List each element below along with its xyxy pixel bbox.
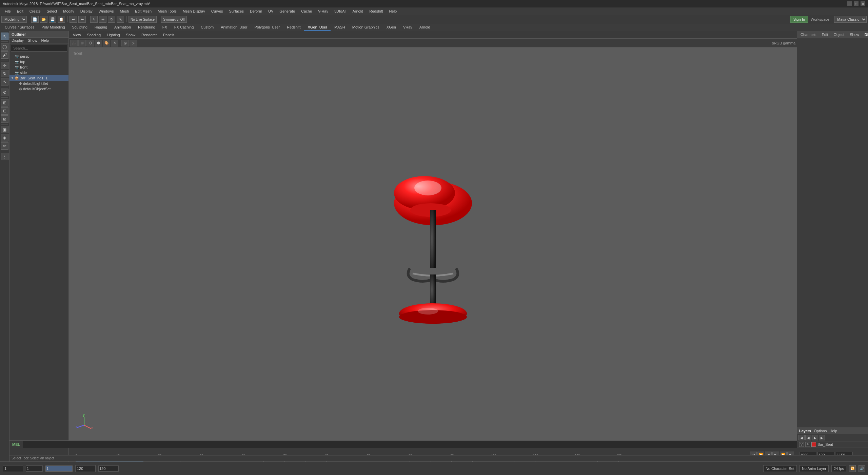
- menu-item-create[interactable]: Create: [27, 8, 43, 14]
- scale-tool-left[interactable]: ⤡: [1, 78, 8, 86]
- right-panel-tab-display[interactable]: Display: [863, 32, 868, 37]
- menu-item-edit[interactable]: Edit: [14, 8, 26, 14]
- shelf-tab-animation[interactable]: Animation: [111, 24, 134, 31]
- right-panel-tab-edit[interactable]: Edit: [820, 32, 829, 37]
- shelf-tab-arnold[interactable]: Arnold: [416, 24, 434, 31]
- menu-item-v-ray[interactable]: V-Ray: [315, 8, 331, 14]
- menu-item-uv[interactable]: UV: [265, 8, 276, 14]
- move-tool-button[interactable]: ✛: [99, 16, 106, 23]
- layer-vis-p[interactable]: P: [805, 442, 810, 447]
- menu-item-display[interactable]: Display: [78, 8, 95, 14]
- outliner-item-persp[interactable]: 📷persp: [9, 54, 68, 59]
- menu-item-mesh-tools[interactable]: Mesh Tools: [155, 8, 179, 14]
- layers-header-tab-layers[interactable]: Layers: [799, 429, 811, 433]
- menu-item-mesh-display[interactable]: Mesh Display: [180, 8, 208, 14]
- shelf-tab-rendering[interactable]: Rendering: [135, 24, 159, 31]
- move-tool-left[interactable]: ✛: [1, 62, 8, 69]
- sign-in-button[interactable]: Sign In: [790, 16, 808, 23]
- scale-tool-button[interactable]: ⤡: [117, 16, 124, 23]
- right-panel-tab-channels[interactable]: Channels: [799, 32, 817, 37]
- new-file-button[interactable]: 📄: [31, 16, 39, 23]
- vp-isolate-btn[interactable]: ◎: [121, 40, 129, 46]
- outliner-search-input[interactable]: [11, 45, 67, 52]
- menu-item-redshift[interactable]: Redshift: [367, 8, 386, 14]
- layers-header-tab-options[interactable]: Options: [814, 429, 827, 433]
- start-frame-input[interactable]: [26, 466, 43, 472]
- redo-button[interactable]: ↪: [78, 16, 86, 23]
- layers-prev-btn[interactable]: ◀: [805, 435, 811, 440]
- vp-menu-view[interactable]: View: [70, 32, 84, 38]
- vp-texture-btn[interactable]: 🎨: [103, 40, 110, 46]
- rotate-tool-left[interactable]: ↻: [1, 70, 8, 77]
- close-button[interactable]: ✕: [861, 1, 865, 6]
- shelf-tab-sculpting[interactable]: Sculpting: [69, 24, 91, 31]
- undo-button[interactable]: ↩: [70, 16, 77, 23]
- shelf-tab-polygons_user[interactable]: Polygons_User: [251, 24, 283, 31]
- render-view-tool[interactable]: ▣: [1, 126, 8, 133]
- rotate-tool-button[interactable]: ↻: [108, 16, 115, 23]
- outliner-item-defaultlightset[interactable]: ⚙defaultLightSet: [9, 81, 68, 86]
- vp-menu-renderer[interactable]: Renderer: [139, 32, 160, 38]
- no-live-surface-button[interactable]: No Live Surface: [129, 16, 157, 23]
- soft-modify-tool[interactable]: ⊙: [1, 89, 8, 96]
- menu-item-curves[interactable]: Curves: [209, 8, 226, 14]
- right-panel-tab-show[interactable]: Show: [848, 32, 861, 37]
- vp-camera-btn[interactable]: 🎥: [70, 40, 78, 46]
- shelf-tab-animation_user[interactable]: Animation_User: [217, 24, 251, 31]
- vp-wireframe-btn[interactable]: ⬡: [86, 40, 94, 46]
- menu-item-3dtoall[interactable]: 3DtoAll: [332, 8, 349, 14]
- layers-last-btn[interactable]: ▶: [819, 435, 825, 440]
- open-file-button[interactable]: 📂: [40, 16, 47, 23]
- save-as-button[interactable]: 📋: [58, 16, 65, 23]
- mode-selector[interactable]: Modeling: [1, 16, 27, 23]
- menu-item-modify[interactable]: Modify: [60, 8, 77, 14]
- menu-item-cache[interactable]: Cache: [298, 8, 315, 14]
- vp-grid-btn[interactable]: ⊞: [78, 40, 86, 46]
- menu-item-edit-mesh[interactable]: Edit Mesh: [132, 8, 154, 14]
- vp-light-btn[interactable]: ☀: [111, 40, 118, 46]
- select-tool-button[interactable]: ↖: [90, 16, 98, 23]
- outliner-item-front[interactable]: 📷front: [9, 64, 68, 70]
- outliner-menu-display[interactable]: Display: [9, 38, 26, 43]
- viewport-canvas[interactable]: front: [69, 48, 797, 448]
- vp-menu-show[interactable]: Show: [123, 32, 138, 38]
- vp-menu-panels[interactable]: Panels: [160, 32, 177, 38]
- shelf-tab-motion-graphics[interactable]: Motion Graphics: [349, 24, 383, 31]
- menu-item-deform[interactable]: Deform: [247, 8, 265, 14]
- shelf-tab-poly-modeling[interactable]: Poly Modeling: [38, 24, 68, 31]
- layers-next-btn[interactable]: ▶: [812, 435, 818, 440]
- outliner-item-bar-seat-nd1-1[interactable]: ▼📦Bar_Seat_nd1_1: [9, 75, 68, 81]
- loop-mode-btn[interactable]: 🔁: [849, 465, 856, 472]
- shelf-tab-custom[interactable]: Custom: [197, 24, 217, 31]
- hypershade-tool[interactable]: ◈: [1, 134, 8, 141]
- outliner-menu-help[interactable]: Help: [39, 38, 51, 43]
- minimize-button[interactable]: ─: [847, 1, 852, 6]
- vp-smooth-btn[interactable]: ⬢: [95, 40, 102, 46]
- shelf-tab-curves-/-surfaces[interactable]: Curves / Surfaces: [1, 24, 38, 31]
- workspace-selector[interactable]: Maya Classic: [834, 16, 867, 23]
- menu-item-help[interactable]: Help: [387, 8, 400, 14]
- menu-item-mesh[interactable]: Mesh: [117, 8, 132, 14]
- select-tool[interactable]: ↖: [1, 33, 8, 40]
- snap-to-grid[interactable]: ⊟: [1, 107, 8, 115]
- shelf-tab-fx-caching[interactable]: FX Caching: [171, 24, 197, 31]
- shelf-tab-vray[interactable]: VRay: [400, 24, 416, 31]
- shelf-tab-mash[interactable]: MASH: [331, 24, 349, 31]
- shelf-tab-xgen[interactable]: XGen: [383, 24, 399, 31]
- menu-item-windows[interactable]: Windows: [96, 8, 117, 14]
- menu-item-file[interactable]: File: [2, 8, 14, 14]
- symmetry-button[interactable]: Symmetry: Off: [161, 16, 187, 23]
- shelf-tab-redshift[interactable]: Redshift: [283, 24, 304, 31]
- outliner-item-top[interactable]: 📷top: [9, 59, 68, 64]
- menu-item-arnold[interactable]: Arnold: [350, 8, 366, 14]
- lasso-tool[interactable]: ◯: [1, 43, 8, 51]
- save-file-button[interactable]: 💾: [49, 16, 56, 23]
- command-line-input[interactable]: [23, 441, 797, 448]
- xgen-tool[interactable]: ⋮: [1, 153, 8, 160]
- menu-item-select[interactable]: Select: [44, 8, 60, 14]
- maximize-button[interactable]: □: [854, 1, 859, 6]
- vp-menu-lighting[interactable]: Lighting: [104, 32, 123, 38]
- current-frame-input[interactable]: [3, 465, 23, 472]
- paint-effects-tool[interactable]: ✏: [1, 142, 8, 150]
- layers-header-tab-help[interactable]: Help: [829, 429, 837, 433]
